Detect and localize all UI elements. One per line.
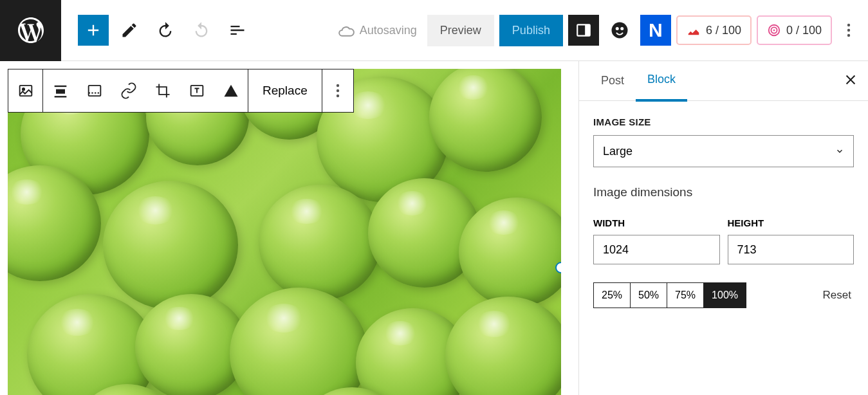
svg-point-10 [847, 34, 850, 37]
align-button[interactable] [43, 69, 77, 112]
image-block[interactable] [8, 69, 561, 395]
image-dimensions-label: Image dimensions [593, 185, 854, 199]
replace-button[interactable]: Replace [248, 69, 322, 112]
edit-tools-button[interactable] [114, 15, 145, 46]
block-type-icon[interactable] [8, 69, 42, 112]
more-options-button[interactable] [837, 15, 860, 46]
svg-rect-16 [88, 86, 100, 96]
svg-point-19 [337, 89, 339, 92]
svg-point-20 [337, 95, 339, 97]
close-sidebar-button[interactable] [844, 73, 858, 89]
autosave-status: Autosaving [338, 22, 417, 39]
alt-text-button[interactable] [77, 69, 111, 112]
settings-panel-toggle[interactable] [568, 15, 599, 46]
preset-75[interactable]: 75% [667, 283, 704, 308]
settings-sidebar: Post Block IMAGE SIZE Large Image dimens… [578, 61, 868, 395]
image-size-label: IMAGE SIZE [593, 116, 854, 127]
svg-point-9 [847, 29, 850, 32]
svg-rect-15 [54, 96, 66, 97]
n-plugin-button[interactable]: N [640, 15, 671, 46]
svg-point-18 [337, 84, 339, 87]
height-input[interactable] [728, 235, 854, 264]
svg-point-4 [620, 27, 623, 30]
svg-point-2 [611, 23, 627, 39]
chart-icon [687, 23, 701, 37]
cloud-icon [338, 22, 355, 39]
link-button[interactable] [111, 69, 145, 112]
preview-button[interactable]: Preview [427, 15, 494, 46]
publish-button[interactable]: Publish [499, 15, 563, 46]
size-preset-group: 25% 50% 75% 100% [593, 282, 746, 308]
preset-25[interactable]: 25% [594, 283, 631, 308]
seo-score-badge[interactable]: 6 / 100 [676, 15, 752, 45]
readability-score-badge[interactable]: 0 / 100 [757, 15, 832, 45]
tab-post[interactable]: Post [589, 61, 636, 100]
block-toolbar: Replace [8, 69, 354, 113]
svg-rect-1 [585, 24, 590, 35]
svg-rect-13 [54, 86, 66, 87]
duotone-button[interactable] [214, 69, 248, 112]
redo-button[interactable] [186, 15, 217, 46]
svg-point-8 [847, 24, 850, 26]
chevron-down-icon [835, 147, 844, 156]
preset-50[interactable]: 50% [631, 283, 667, 308]
svg-point-12 [22, 88, 24, 90]
preset-100[interactable]: 100% [704, 283, 746, 308]
reset-button[interactable]: Reset [820, 284, 854, 307]
tab-block[interactable]: Block [636, 60, 687, 102]
undo-button[interactable] [150, 15, 181, 46]
width-input[interactable] [593, 235, 720, 264]
svg-rect-14 [56, 89, 65, 94]
add-block-button[interactable] [78, 15, 109, 46]
image-size-select[interactable]: Large [593, 135, 854, 167]
editor-canvas[interactable]: Replace [0, 61, 578, 395]
block-more-button[interactable] [322, 69, 353, 112]
text-overlay-button[interactable] [180, 69, 214, 112]
document-outline-button[interactable] [222, 15, 253, 46]
crop-button[interactable] [145, 69, 180, 112]
rankmath-icon[interactable] [604, 15, 635, 46]
width-label: WIDTH [593, 217, 720, 228]
svg-point-7 [773, 30, 775, 32]
height-label: HEIGHT [728, 217, 854, 228]
wordpress-logo[interactable] [0, 0, 61, 61]
target-icon [767, 23, 781, 37]
svg-point-3 [616, 27, 619, 30]
